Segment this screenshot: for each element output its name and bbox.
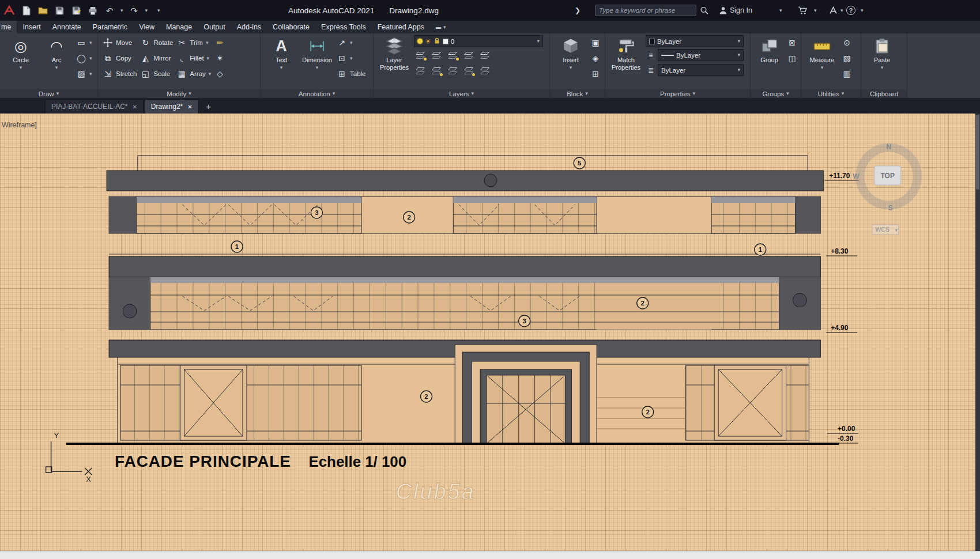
tab-express-tools[interactable]: Express Tools xyxy=(315,21,372,33)
panel-label-annotation[interactable]: Annotation ▾ xyxy=(261,89,373,98)
layer-tool-icon[interactable] xyxy=(480,51,490,60)
layer-tool-icon[interactable] xyxy=(463,51,474,60)
group-edit-button[interactable]: ◫ xyxy=(787,51,797,66)
cart-icon[interactable] xyxy=(798,6,808,15)
stretch-button[interactable]: ⇲ Stretch xyxy=(103,66,137,81)
mirror-button[interactable]: ◭ Mirror xyxy=(140,51,173,66)
expand-arrow-icon[interactable]: ❯ xyxy=(575,7,581,14)
close-icon[interactable]: ✕ xyxy=(132,104,137,110)
redo-icon[interactable]: ↷ xyxy=(129,5,140,16)
tab-view[interactable]: View xyxy=(133,21,160,33)
table-button[interactable]: ⊞ Table xyxy=(337,66,366,81)
array-button[interactable]: ▦ Array ▾ xyxy=(176,66,211,81)
layer-tool-icon[interactable] xyxy=(463,67,474,75)
new-file-icon[interactable] xyxy=(20,5,32,16)
leader-button[interactable]: ↗ ▾ xyxy=(337,35,366,50)
ribbon-display-toggle[interactable]: ▬ ▾ xyxy=(430,21,452,33)
plot-icon[interactable] xyxy=(87,5,99,16)
tab-annotate[interactable]: Annotate xyxy=(47,21,87,33)
quick-calc-button[interactable]: ▧ xyxy=(842,51,852,66)
dimension-button[interactable]: Dimension ▾ xyxy=(301,35,333,89)
file-tab-drawing2[interactable]: Drawing2* ✕ xyxy=(145,99,199,114)
help-icon[interactable]: ? xyxy=(846,6,855,15)
rotate-button[interactable]: ↻ Rotate xyxy=(140,35,173,50)
layer-tool-icon[interactable] xyxy=(447,51,458,60)
paste-button[interactable]: Paste ▾ xyxy=(866,35,898,89)
group-button[interactable]: Group xyxy=(755,35,783,89)
chevron-down-icon[interactable]: ▾ xyxy=(120,8,123,13)
viewcube-south[interactable]: S xyxy=(888,204,893,212)
autocad-logo-icon[interactable] xyxy=(3,5,15,16)
explode-button[interactable]: ✶ xyxy=(214,51,225,66)
panel-label-draw[interactable]: Draw ▾ xyxy=(0,89,97,98)
block-tool-button[interactable]: ◈ xyxy=(590,51,601,66)
drawing-canvas[interactable]: Wireframe] xyxy=(0,114,975,551)
file-tab-piaj[interactable]: PIAJ-BAT-ACCUEIL-AC* ✕ xyxy=(45,99,144,114)
layer-select[interactable]: ☀ 0 ▾ xyxy=(414,35,543,47)
vertical-scrollbar[interactable] xyxy=(975,114,980,551)
chevron-down-icon[interactable]: ▾ xyxy=(145,8,148,13)
quick-select-button[interactable]: ⊙ xyxy=(842,35,852,50)
layer-tool-icon[interactable] xyxy=(431,51,442,60)
tab-add-ins[interactable]: Add-ins xyxy=(231,21,267,33)
tab-home-partial[interactable]: me xyxy=(0,21,17,33)
chevron-down-icon[interactable]: ▾ xyxy=(840,8,843,13)
match-properties-button[interactable]: Match Properties xyxy=(610,35,642,89)
viewcube[interactable]: N W S TOP WCS ▾ xyxy=(853,143,917,235)
block-tool-button[interactable]: ⊞ xyxy=(590,66,601,81)
tab-insert[interactable]: Insert xyxy=(17,21,46,33)
undo-icon[interactable]: ↶ xyxy=(104,5,115,16)
measure-button[interactable]: Measure ▾ xyxy=(806,35,838,89)
layer-tool-icon[interactable] xyxy=(415,67,425,75)
layer-tool-icon[interactable] xyxy=(415,51,425,60)
tab-collaborate[interactable]: Collaborate xyxy=(267,21,315,33)
lineweight-list-icon[interactable]: ≡ xyxy=(646,50,656,61)
layer-properties-button[interactable]: Layer Properties xyxy=(378,35,410,89)
save-as-icon[interactable] xyxy=(70,5,82,16)
sign-in-button[interactable]: Sign In xyxy=(730,6,752,14)
panel-label-properties[interactable]: Properties ▾ xyxy=(605,89,750,98)
insert-block-button[interactable]: Insert ▾ xyxy=(555,35,587,89)
panel-label-utilities[interactable]: Utilities ▾ xyxy=(801,89,861,98)
linetype-select[interactable]: ByLayer ▾ xyxy=(658,64,744,76)
rectangle-button[interactable]: ▭ ▾ xyxy=(76,35,92,50)
scale-button[interactable]: ◱ Scale xyxy=(140,66,173,81)
erase-button[interactable]: ✏ xyxy=(214,35,225,50)
save-icon[interactable] xyxy=(54,5,65,16)
qat-customize-icon[interactable]: ▾ xyxy=(157,8,160,13)
tab-manage[interactable]: Manage xyxy=(160,21,198,33)
chevron-down-icon[interactable]: ▾ xyxy=(779,8,782,13)
move-button[interactable]: Move xyxy=(103,35,137,50)
close-icon[interactable]: ✕ xyxy=(187,104,192,110)
annotation-misc-button[interactable]: ⊡ ▾ xyxy=(337,51,366,66)
tab-output[interactable]: Output xyxy=(198,21,231,33)
ungroup-button[interactable]: ⊠ xyxy=(787,35,797,50)
viewcube-top-label[interactable]: TOP xyxy=(881,172,895,180)
linetype-list-icon[interactable]: ≣ xyxy=(646,65,656,75)
block-tool-button[interactable]: ▣ xyxy=(590,35,601,50)
chevron-down-icon[interactable]: ▾ xyxy=(814,8,817,13)
panel-label-layers[interactable]: Layers ▾ xyxy=(374,89,549,98)
trim-button[interactable]: ✂ Trim ▾ xyxy=(176,35,211,50)
viewport-control-label[interactable]: Wireframe] xyxy=(2,121,37,129)
scrollbar-thumb[interactable] xyxy=(976,115,979,190)
tab-parametric[interactable]: Parametric xyxy=(87,21,133,33)
fillet-button[interactable]: ◟ Fillet ▾ xyxy=(176,51,211,66)
panel-label-modify[interactable]: Modify ▾ xyxy=(98,89,260,98)
viewcube-north[interactable]: N xyxy=(886,143,891,151)
id-point-button[interactable]: ▥ xyxy=(842,66,852,81)
text-button[interactable]: A Text ▾ xyxy=(265,35,297,89)
hatch-button[interactable]: ▨ ▾ xyxy=(76,66,92,81)
arc-button[interactable]: ◠ Arc ▾ xyxy=(40,35,73,89)
ellipse-button[interactable]: ◯ ▾ xyxy=(76,51,92,66)
lineweight-select[interactable]: ByLayer ▾ xyxy=(658,49,744,61)
tab-featured-apps[interactable]: Featured Apps xyxy=(372,21,430,33)
autodesk-app-icon[interactable] xyxy=(829,6,838,15)
open-folder-icon[interactable] xyxy=(37,5,48,16)
search-icon[interactable] xyxy=(700,6,708,15)
chevron-down-icon[interactable]: ▾ xyxy=(861,8,864,13)
layer-tool-icon[interactable] xyxy=(431,67,442,75)
modify-misc-button[interactable]: ◇ xyxy=(214,66,225,81)
layer-tool-icon[interactable] xyxy=(447,67,458,75)
panel-label-groups[interactable]: Groups ▾ xyxy=(751,89,801,98)
